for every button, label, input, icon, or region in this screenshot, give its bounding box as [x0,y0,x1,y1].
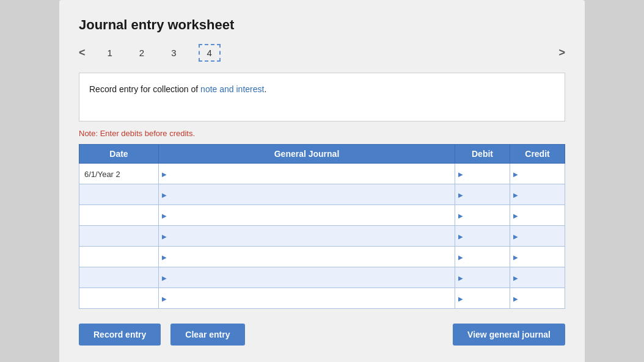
gj-cell[interactable] [159,247,455,267]
debit-cell[interactable] [455,184,510,205]
credit-cell[interactable] [510,226,565,247]
journal-entry-card: Journal entry worksheet < 1 2 3 4 > Reco… [59,0,585,362]
credit-cell[interactable] [510,247,565,267]
gj-cell[interactable] [159,164,455,184]
col-header-credit: Credit [510,145,565,164]
debit-cell[interactable] [455,267,510,288]
nav-row: < 1 2 3 4 > [79,44,565,62]
table-row [79,205,565,226]
table-row [79,184,565,205]
credit-cell[interactable] [510,184,565,205]
credit-cell[interactable] [510,267,565,288]
tab-2[interactable]: 2 [134,45,149,60]
tab-1[interactable]: 1 [103,45,117,60]
gj-cell[interactable] [159,267,455,288]
date-cell[interactable] [79,267,159,288]
date-cell[interactable] [79,247,159,267]
credit-cell[interactable] [510,288,565,309]
gj-cell[interactable] [159,205,455,226]
debit-cell[interactable] [455,226,510,247]
view-general-journal-button[interactable]: View general journal [453,324,565,346]
debit-cell[interactable] [455,205,510,226]
date-cell[interactable] [79,205,159,226]
note-text: Note: Enter debits before credits. [79,129,565,138]
col-header-debit: Debit [455,145,510,164]
debit-cell[interactable] [455,288,510,309]
prev-arrow[interactable]: < [79,46,86,59]
next-arrow[interactable]: > [558,46,565,59]
table-row: 6/1/Year 2 [79,164,565,184]
table-row [79,288,565,309]
record-entry-button[interactable]: Record entry [79,324,161,346]
date-cell[interactable]: 6/1/Year 2 [79,164,159,184]
instruction-text: Record entry for collection of note and … [89,84,266,94]
col-header-date: Date [79,145,159,164]
gj-cell[interactable] [159,288,455,309]
instruction-highlight: note and interest [200,84,264,94]
journal-table: Date General Journal Debit Credit 6/1/Ye… [79,144,565,309]
date-cell[interactable] [79,226,159,247]
gj-cell[interactable] [159,184,455,205]
instruction-box: Record entry for collection of note and … [79,73,565,121]
table-row [79,267,565,288]
page-title: Journal entry worksheet [79,17,565,33]
debit-cell[interactable] [455,164,510,184]
date-cell[interactable] [79,184,159,205]
credit-cell[interactable] [510,205,565,226]
table-row [79,226,565,247]
tab-3[interactable]: 3 [166,45,181,60]
table-row [79,247,565,267]
date-cell[interactable] [79,288,159,309]
col-header-gj: General Journal [159,145,455,164]
tab-4[interactable]: 4 [199,44,221,62]
debit-cell[interactable] [455,247,510,267]
gj-cell[interactable] [159,226,455,247]
credit-cell[interactable] [510,164,565,184]
button-row: Record entry Clear entry View general jo… [79,324,565,346]
clear-entry-button[interactable]: Clear entry [170,324,244,346]
